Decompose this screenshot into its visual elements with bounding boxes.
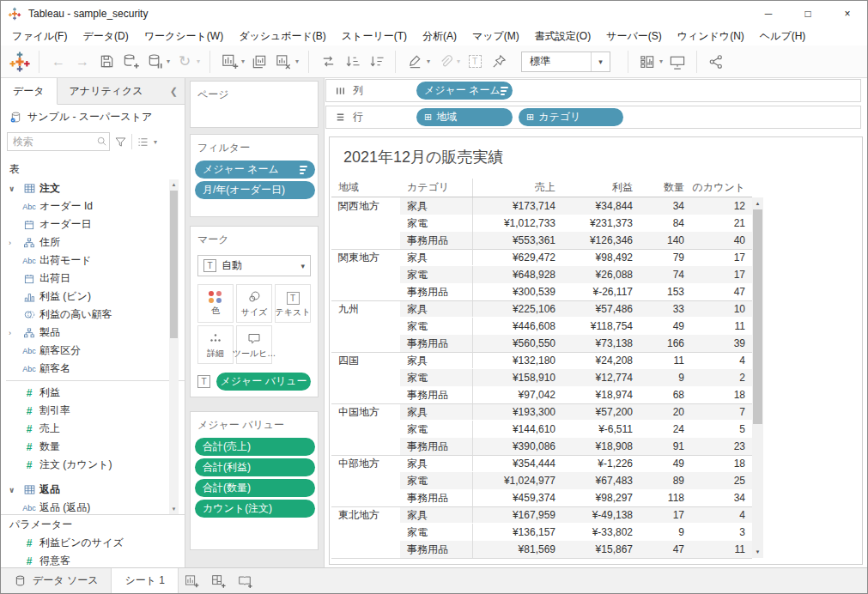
marks-detail-button[interactable]: 詳細 [197, 325, 234, 364]
region-cell[interactable] [331, 369, 400, 386]
region-cell[interactable]: 関西地方 [331, 197, 400, 215]
attach-button[interactable] [433, 49, 457, 75]
sales-cell[interactable]: ¥560,550 [473, 335, 562, 352]
table-row[interactable]: 東北地方家具¥167,959¥-49,138174 [331, 506, 752, 524]
count-cell[interactable]: 47 [691, 283, 752, 300]
category-cell[interactable]: 家具 [400, 455, 473, 471]
sales-cell[interactable]: ¥553,361 [473, 232, 562, 249]
pill-measure[interactable]: カウント(注文) [195, 500, 315, 518]
count-cell[interactable]: 10 [691, 300, 752, 317]
profit-cell[interactable]: ¥18,908 [562, 438, 640, 455]
table-row[interactable]: 中部地方家具¥354,444¥-1,2264918 [331, 455, 752, 472]
field-item[interactable]: オーダー日 [1, 215, 185, 233]
count-cell[interactable]: 40 [691, 232, 752, 249]
region-cell[interactable] [331, 541, 400, 558]
close-button[interactable]: × [828, 1, 867, 27]
scrollbar-thumb[interactable] [753, 209, 762, 424]
scrollbar-thumb[interactable] [170, 191, 178, 338]
share-button[interactable] [704, 49, 728, 75]
sales-cell[interactable]: ¥300,539 [473, 283, 562, 300]
minimize-button[interactable]: ─ [749, 1, 788, 27]
category-cell[interactable]: 家具 [400, 506, 473, 523]
dropdown-arrow[interactable]: ▾ [295, 58, 299, 65]
profit-cell[interactable]: ¥15,867 [562, 541, 640, 558]
tab-data[interactable]: データ [1, 78, 58, 105]
category-cell[interactable]: 家電 [400, 318, 473, 335]
dropdown-arrow[interactable]: ▾ [659, 58, 663, 65]
region-cell[interactable]: 四国 [331, 352, 400, 368]
dropdown-arrow[interactable]: ▾ [154, 138, 157, 146]
sort-descending-button[interactable] [364, 49, 388, 75]
expander-icon[interactable]: › [9, 329, 19, 337]
pill-measure[interactable]: 合計(売上) [195, 438, 315, 456]
field-item[interactable]: #利益ビンのサイズ [1, 534, 185, 552]
field-item[interactable]: #利益 [1, 384, 185, 402]
field-item[interactable]: #数量 [1, 438, 185, 456]
quantity-cell[interactable]: 11 [640, 352, 691, 368]
table-row[interactable]: 事務用品¥81,569¥15,8674711 [331, 541, 752, 558]
table-row[interactable]: 家電¥1,024,977¥67,4838925 [331, 472, 752, 489]
view-options-icon[interactable] [137, 136, 149, 148]
menu-item-6[interactable]: マップ(M) [464, 29, 527, 44]
presentation-mode-button[interactable] [665, 49, 689, 75]
duplicate-sheet-button[interactable] [247, 49, 271, 75]
category-cell[interactable]: 家具 [400, 300, 473, 317]
profit-cell[interactable]: ¥-33,802 [562, 524, 640, 541]
menu-item-0[interactable]: ファイル(F) [4, 29, 75, 44]
region-cell[interactable]: 東北地方 [331, 506, 400, 523]
category-cell[interactable]: 家電 [400, 472, 473, 489]
quantity-cell[interactable]: 166 [640, 335, 691, 352]
marks-tooltip-button[interactable]: ツールヒ… [236, 325, 272, 364]
region-cell[interactable] [331, 215, 400, 232]
category-cell[interactable]: 家具 [400, 197, 473, 215]
category-cell[interactable]: 事務用品 [400, 489, 473, 506]
new-dashboard-button[interactable] [205, 568, 232, 593]
sales-cell[interactable]: ¥648,928 [473, 266, 562, 283]
profit-cell[interactable]: ¥12,774 [562, 369, 640, 386]
show-cards-button[interactable] [635, 49, 659, 75]
field-item[interactable]: Abc顧客名 [1, 360, 185, 378]
menu-item-8[interactable]: サーバー(S) [598, 29, 670, 44]
count-cell[interactable]: 11 [691, 541, 752, 558]
count-cell[interactable]: 2 [691, 369, 752, 386]
category-cell[interactable]: 事務用品 [400, 232, 473, 249]
sales-cell[interactable]: ¥1,024,977 [473, 472, 562, 489]
chevron-down-icon[interactable]: ▾ [591, 52, 610, 71]
field-item[interactable]: ›住所 [1, 233, 185, 252]
table-row[interactable]: 事務用品¥97,042¥18,9746818 [331, 386, 752, 403]
sales-cell[interactable]: ¥629,472 [473, 249, 562, 265]
marks-size-button[interactable]: サイズ [236, 284, 272, 323]
profit-cell[interactable]: ¥67,483 [562, 472, 640, 489]
count-cell[interactable]: 4 [691, 506, 752, 523]
pill-measure-values[interactable]: メジャー バリュー [216, 373, 311, 391]
region-cell[interactable]: 関東地方 [331, 249, 400, 265]
profit-cell[interactable]: ¥-49,138 [562, 506, 640, 523]
pill-measure[interactable]: 合計(利益) [195, 458, 315, 476]
quantity-cell[interactable]: 24 [640, 421, 691, 438]
new-story-button[interactable] [232, 568, 258, 593]
table-row[interactable]: 家電¥446,608¥118,7544911 [331, 318, 752, 335]
count-cell[interactable]: 3 [691, 524, 752, 541]
quantity-cell[interactable]: 89 [640, 472, 691, 489]
profit-cell[interactable]: ¥-6,511 [562, 421, 640, 438]
column-header[interactable]: 数量 [640, 179, 691, 197]
quantity-cell[interactable]: 17 [640, 506, 691, 523]
sales-cell[interactable]: ¥167,959 [473, 506, 562, 523]
profit-cell[interactable]: ¥231,373 [562, 215, 640, 232]
scroll-up-icon[interactable]: ▲ [752, 198, 763, 209]
category-cell[interactable]: 家具 [400, 249, 473, 265]
pill-field[interactable]: 月/年(オーダー日) [195, 181, 315, 199]
profit-cell[interactable]: ¥98,297 [562, 489, 640, 506]
field-item[interactable]: Abcオーダー Id [1, 197, 185, 215]
expander-icon[interactable]: ∨ [9, 486, 19, 494]
column-header[interactable]: 地域 [331, 179, 400, 197]
column-header[interactable]: カテゴリ [400, 179, 473, 197]
profit-cell[interactable]: ¥26,088 [562, 266, 640, 283]
count-cell[interactable]: 25 [691, 472, 752, 489]
quantity-cell[interactable]: 153 [640, 283, 691, 300]
table-row[interactable]: 家電¥1,012,733¥231,3738421 [331, 215, 752, 232]
menu-item-4[interactable]: ストーリー(T) [334, 29, 415, 44]
sales-cell[interactable]: ¥459,374 [473, 489, 562, 506]
pill-field[interactable]: ⊞地域 [416, 108, 513, 126]
region-cell[interactable] [331, 438, 400, 455]
